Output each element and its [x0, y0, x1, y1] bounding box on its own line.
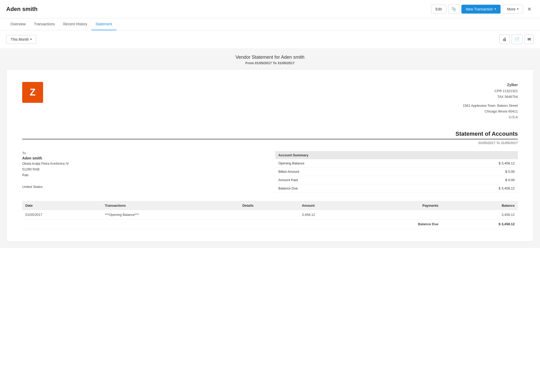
summary-row: Billed Amount $ 0.00 [275, 168, 518, 176]
tabs: Overview Transactions Recent History Sta… [0, 18, 540, 30]
summary-row: Opening Balance $ 3,458.12 [275, 159, 518, 168]
table-row: 01/05/2017 ***Opening Balance*** 3,458.1… [22, 210, 518, 219]
tab-transactions[interactable]: Transactions [30, 18, 59, 30]
content: Vendor Statement for Aden smith From 01/… [0, 48, 540, 248]
toolbar-right: 🖨 📄 ✉ [500, 34, 534, 44]
toolbar: This Month ▾ 🖨 📄 ✉ [0, 30, 540, 48]
doc-logo-area: Z Zylker CPR 11321321 TAX 5646754 1561 A… [22, 82, 518, 120]
statement-title: Vendor Statement for Aden smith [6, 55, 534, 60]
attach-icon: 📎 [451, 7, 456, 11]
company-info-right: Zylker CPR 11321321 TAX 5646754 1561 App… [463, 82, 518, 120]
close-button[interactable]: ✕ [525, 5, 534, 13]
chevron-down-icon: ▾ [517, 7, 519, 11]
table-header-row: Date Transactions Details Amount Payment… [22, 201, 518, 210]
tab-overview[interactable]: Overview [6, 18, 30, 30]
tab-recent-history[interactable]: Recent History [59, 18, 91, 30]
company-address: 1561 Appleview Town, Bakers Street Chica… [463, 103, 518, 120]
pdf-button[interactable]: 📄 [512, 34, 523, 44]
to-section: To Aden smith Obala kralja Petra Krešimi… [22, 151, 265, 193]
page-title: Aden smith [6, 6, 431, 13]
edit-button[interactable]: Edit [431, 5, 446, 14]
print-button[interactable]: 🖨 [500, 34, 509, 44]
company-details: Zylker CPR 11321321 TAX 5646754 [463, 82, 518, 100]
statement-header: Vendor Statement for Aden smith From 01/… [6, 48, 534, 69]
header-actions: Edit 📎 New Transaction ▾ More ▾ ✕ [431, 4, 534, 14]
tab-statement[interactable]: Statement [91, 18, 116, 30]
company-logo: Z [22, 82, 43, 103]
account-summary: Account Summary Opening Balance $ 3,458.… [275, 151, 518, 193]
statement-document: Z Zylker CPR 11321321 TAX 5646754 1561 A… [6, 69, 534, 242]
balance-due-footer-row: Balance Due $ 3,458.12 [22, 219, 518, 229]
filter-left: This Month ▾ [6, 35, 36, 44]
pdf-icon: 📄 [514, 37, 520, 42]
this-month-filter[interactable]: This Month ▾ [6, 35, 36, 44]
header: Aden smith Edit 📎 New Transaction ▾ More… [0, 0, 540, 18]
statement-of-accounts-title: Statement of Accounts 01/05/2017 To 31/0… [22, 130, 518, 145]
to-address: Obala kralja Petra Krešimira IV 51280 RA… [22, 161, 265, 189]
chevron-down-icon: ▾ [30, 38, 32, 41]
more-button[interactable]: More ▾ [503, 5, 523, 14]
new-transaction-button[interactable]: New Transaction ▾ [461, 5, 501, 14]
to-summary-section: To Aden smith Obala kralja Petra Krešimi… [22, 151, 518, 193]
summary-row: Amount Paid $ 0.00 [275, 176, 518, 184]
chevron-down-icon: ▾ [495, 7, 496, 11]
balance-due-row: Balance Due $ 3,458.12 [275, 184, 518, 193]
statement-date-range: From 01/05/2017 To 31/05/2017 [6, 61, 534, 65]
attach-button[interactable]: 📎 [448, 4, 459, 14]
summary-table: Account Summary Opening Balance $ 3,458.… [275, 151, 518, 193]
email-button[interactable]: ✉ [525, 34, 534, 44]
transactions-table: Date Transactions Details Amount Payment… [22, 201, 518, 229]
print-icon: 🖨 [502, 37, 507, 42]
email-icon: ✉ [527, 37, 531, 42]
